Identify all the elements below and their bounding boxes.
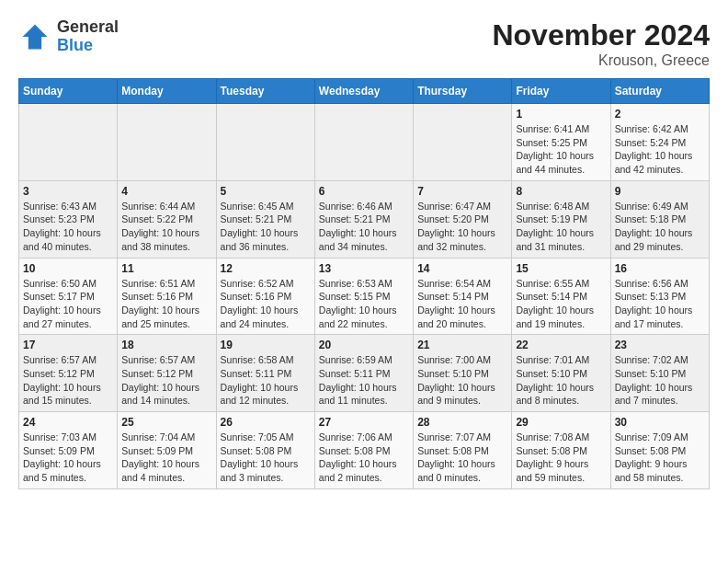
calendar-header: SundayMondayTuesdayWednesdayThursdayFrid… bbox=[19, 79, 710, 104]
day-info: Sunrise: 7:00 AMSunset: 5:10 PMDaylight:… bbox=[417, 353, 507, 408]
weekday-header-row: SundayMondayTuesdayWednesdayThursdayFrid… bbox=[19, 79, 710, 104]
day-info: Sunrise: 7:07 AMSunset: 5:08 PMDaylight:… bbox=[417, 431, 507, 485]
weekday-header-thursday: Thursday bbox=[414, 79, 512, 104]
day-info: Sunrise: 7:06 AMSunset: 5:08 PMDaylight:… bbox=[319, 431, 409, 485]
day-number: 26 bbox=[221, 416, 311, 429]
day-info: Sunrise: 6:50 AMSunset: 5:17 PMDaylight:… bbox=[23, 277, 113, 331]
day-number: 30 bbox=[615, 416, 705, 429]
calendar-cell: 26Sunrise: 7:05 AMSunset: 5:08 PMDayligh… bbox=[216, 412, 314, 489]
calendar-week-1: 1Sunrise: 6:41 AMSunset: 5:25 PMDaylight… bbox=[19, 104, 710, 181]
calendar-cell: 18Sunrise: 6:57 AMSunset: 5:12 PMDayligh… bbox=[118, 335, 216, 412]
calendar-cell: 7Sunrise: 6:47 AMSunset: 5:20 PMDaylight… bbox=[414, 180, 512, 258]
day-number: 6 bbox=[319, 185, 409, 198]
logo-line1: General bbox=[57, 18, 119, 37]
day-number: 27 bbox=[319, 416, 409, 429]
calendar-cell: 8Sunrise: 6:48 AMSunset: 5:19 PMDaylight… bbox=[512, 180, 610, 258]
calendar-cell: 14Sunrise: 6:54 AMSunset: 5:14 PMDayligh… bbox=[414, 258, 512, 335]
day-number: 4 bbox=[121, 185, 211, 198]
calendar-body: 1Sunrise: 6:41 AMSunset: 5:25 PMDaylight… bbox=[19, 104, 710, 489]
calendar-cell: 11Sunrise: 6:51 AMSunset: 5:16 PMDayligh… bbox=[118, 258, 216, 335]
calendar-week-3: 10Sunrise: 6:50 AMSunset: 5:17 PMDayligh… bbox=[19, 258, 710, 335]
calendar-cell bbox=[19, 104, 118, 181]
day-number: 9 bbox=[615, 185, 705, 198]
calendar-cell bbox=[118, 104, 216, 181]
day-number: 8 bbox=[516, 185, 606, 198]
day-number: 23 bbox=[615, 339, 705, 351]
calendar-cell: 2Sunrise: 6:42 AMSunset: 5:24 PMDaylight… bbox=[610, 104, 709, 181]
day-number: 28 bbox=[417, 416, 507, 429]
calendar-cell: 23Sunrise: 7:02 AMSunset: 5:10 PMDayligh… bbox=[610, 335, 709, 412]
calendar-cell: 16Sunrise: 6:56 AMSunset: 5:13 PMDayligh… bbox=[610, 258, 709, 335]
day-info: Sunrise: 6:59 AMSunset: 5:11 PMDaylight:… bbox=[319, 353, 409, 408]
calendar-cell: 13Sunrise: 6:53 AMSunset: 5:15 PMDayligh… bbox=[314, 258, 413, 335]
day-number: 19 bbox=[221, 339, 311, 351]
calendar-cell: 15Sunrise: 6:55 AMSunset: 5:14 PMDayligh… bbox=[512, 258, 610, 335]
calendar-cell: 17Sunrise: 6:57 AMSunset: 5:12 PMDayligh… bbox=[19, 335, 118, 412]
day-info: Sunrise: 7:02 AMSunset: 5:10 PMDaylight:… bbox=[615, 353, 705, 408]
calendar-cell: 25Sunrise: 7:04 AMSunset: 5:09 PMDayligh… bbox=[118, 412, 216, 489]
calendar-week-5: 24Sunrise: 7:03 AMSunset: 5:09 PMDayligh… bbox=[19, 412, 710, 489]
day-number: 17 bbox=[23, 339, 113, 351]
calendar-cell: 24Sunrise: 7:03 AMSunset: 5:09 PMDayligh… bbox=[19, 412, 118, 489]
calendar-cell: 30Sunrise: 7:09 AMSunset: 5:08 PMDayligh… bbox=[610, 412, 709, 489]
calendar-cell: 28Sunrise: 7:07 AMSunset: 5:08 PMDayligh… bbox=[414, 412, 512, 489]
day-number: 1 bbox=[516, 108, 606, 121]
day-info: Sunrise: 6:41 AMSunset: 5:25 PMDaylight:… bbox=[516, 122, 606, 177]
day-number: 10 bbox=[23, 262, 113, 275]
weekday-header-monday: Monday bbox=[118, 79, 216, 104]
day-info: Sunrise: 6:57 AMSunset: 5:12 PMDaylight:… bbox=[23, 353, 113, 408]
calendar-cell: 10Sunrise: 6:50 AMSunset: 5:17 PMDayligh… bbox=[19, 258, 118, 335]
logo-icon bbox=[18, 20, 51, 53]
calendar-cell: 29Sunrise: 7:08 AMSunset: 5:08 PMDayligh… bbox=[512, 412, 610, 489]
title-block: November 2024 Krouson, Greece bbox=[492, 18, 710, 69]
day-info: Sunrise: 7:05 AMSunset: 5:08 PMDaylight:… bbox=[221, 431, 311, 485]
day-info: Sunrise: 6:56 AMSunset: 5:13 PMDaylight:… bbox=[615, 277, 705, 331]
day-info: Sunrise: 7:09 AMSunset: 5:08 PMDaylight:… bbox=[615, 431, 705, 485]
calendar-cell: 12Sunrise: 6:52 AMSunset: 5:16 PMDayligh… bbox=[216, 258, 314, 335]
location: Krouson, Greece bbox=[492, 52, 710, 69]
calendar-table: SundayMondayTuesdayWednesdayThursdayFrid… bbox=[18, 78, 710, 489]
calendar-cell: 1Sunrise: 6:41 AMSunset: 5:25 PMDaylight… bbox=[512, 104, 610, 181]
calendar-cell: 4Sunrise: 6:44 AMSunset: 5:22 PMDaylight… bbox=[118, 180, 216, 258]
day-info: Sunrise: 6:52 AMSunset: 5:16 PMDaylight:… bbox=[221, 277, 311, 331]
calendar-cell: 9Sunrise: 6:49 AMSunset: 5:18 PMDaylight… bbox=[610, 180, 709, 258]
weekday-header-tuesday: Tuesday bbox=[216, 79, 314, 104]
day-number: 22 bbox=[516, 339, 606, 351]
calendar-cell: 3Sunrise: 6:43 AMSunset: 5:23 PMDaylight… bbox=[19, 180, 118, 258]
day-info: Sunrise: 7:04 AMSunset: 5:09 PMDaylight:… bbox=[121, 431, 211, 485]
weekday-header-wednesday: Wednesday bbox=[314, 79, 413, 104]
calendar-cell: 5Sunrise: 6:45 AMSunset: 5:21 PMDaylight… bbox=[216, 180, 314, 258]
day-info: Sunrise: 6:55 AMSunset: 5:14 PMDaylight:… bbox=[516, 277, 606, 331]
day-info: Sunrise: 6:51 AMSunset: 5:16 PMDaylight:… bbox=[121, 277, 211, 331]
day-info: Sunrise: 6:53 AMSunset: 5:15 PMDaylight:… bbox=[319, 277, 409, 331]
weekday-header-sunday: Sunday bbox=[19, 79, 118, 104]
day-number: 18 bbox=[121, 339, 211, 351]
day-number: 14 bbox=[417, 262, 507, 275]
day-number: 12 bbox=[221, 262, 311, 275]
day-number: 11 bbox=[121, 262, 211, 275]
day-number: 20 bbox=[319, 339, 409, 351]
day-number: 13 bbox=[319, 262, 409, 275]
day-number: 24 bbox=[23, 416, 113, 429]
calendar-cell: 20Sunrise: 6:59 AMSunset: 5:11 PMDayligh… bbox=[314, 335, 413, 412]
day-number: 25 bbox=[121, 416, 211, 429]
svg-marker-1 bbox=[24, 27, 45, 48]
day-info: Sunrise: 6:57 AMSunset: 5:12 PMDaylight:… bbox=[121, 353, 211, 408]
calendar-cell: 19Sunrise: 6:58 AMSunset: 5:11 PMDayligh… bbox=[216, 335, 314, 412]
logo-text: General Blue bbox=[57, 18, 119, 55]
day-info: Sunrise: 6:58 AMSunset: 5:11 PMDaylight:… bbox=[221, 353, 311, 408]
day-info: Sunrise: 6:44 AMSunset: 5:22 PMDaylight:… bbox=[121, 200, 211, 254]
day-info: Sunrise: 6:48 AMSunset: 5:19 PMDaylight:… bbox=[516, 200, 606, 254]
day-info: Sunrise: 6:46 AMSunset: 5:21 PMDaylight:… bbox=[319, 200, 409, 254]
day-info: Sunrise: 6:49 AMSunset: 5:18 PMDaylight:… bbox=[615, 200, 705, 254]
calendar-cell: 21Sunrise: 7:00 AMSunset: 5:10 PMDayligh… bbox=[414, 335, 512, 412]
day-info: Sunrise: 6:43 AMSunset: 5:23 PMDaylight:… bbox=[23, 200, 113, 254]
day-info: Sunrise: 6:54 AMSunset: 5:14 PMDaylight:… bbox=[417, 277, 507, 331]
weekday-header-saturday: Saturday bbox=[610, 79, 709, 104]
day-info: Sunrise: 6:47 AMSunset: 5:20 PMDaylight:… bbox=[417, 200, 507, 254]
calendar-cell: 6Sunrise: 6:46 AMSunset: 5:21 PMDaylight… bbox=[314, 180, 413, 258]
calendar-cell bbox=[314, 104, 413, 181]
month-title: November 2024 bbox=[492, 18, 710, 52]
day-info: Sunrise: 7:03 AMSunset: 5:09 PMDaylight:… bbox=[23, 431, 113, 485]
day-number: 3 bbox=[23, 185, 113, 198]
